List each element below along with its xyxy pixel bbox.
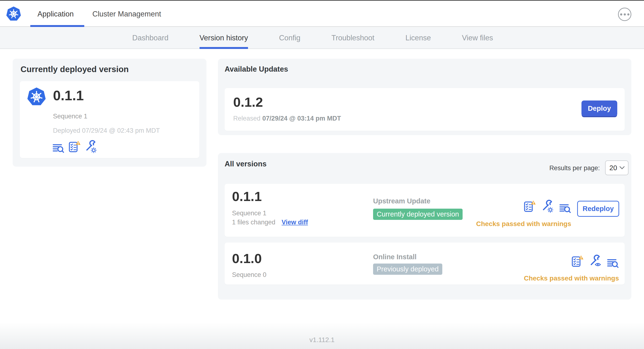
deployed-sequence: Sequence 1 [53, 113, 87, 120]
subnav-version-history[interactable]: Version history [200, 28, 248, 49]
deployed-timestamp: Deployed 07/29/24 @ 02:43 pm MDT [53, 127, 160, 134]
results-per-page-value: 20 [610, 164, 617, 172]
results-per-page-select[interactable]: 20 [605, 160, 628, 175]
update-released-timestamp: Released07/29/24 @ 03:14 pm MDT [233, 115, 341, 122]
currently-deployed-badge: Currently deployed version [373, 209, 462, 220]
preflight-checks-warning-icon[interactable] [69, 140, 81, 153]
subnav-license[interactable]: License [405, 28, 431, 49]
version-history-page: Application Cluster Management Dashboard… [0, 0, 644, 349]
currently-deployed-panel: Currently deployed version 0.1.1 Sequenc… [13, 59, 206, 166]
logs-diff-icon[interactable] [559, 200, 571, 213]
preflight-checks-warning-icon[interactable] [524, 200, 536, 213]
deploy-button[interactable]: Deploy [582, 100, 617, 116]
kubernetes-app-icon [27, 87, 46, 106]
subnav-config[interactable]: Config [279, 28, 300, 49]
preflight-status-text: Checks passed with warnings [524, 274, 619, 282]
header-tab-cluster-management[interactable]: Cluster Management [92, 2, 161, 26]
row-version-number: 0.1.1 [232, 188, 262, 204]
logs-diff-icon[interactable] [52, 140, 64, 153]
app-header: Application Cluster Management [0, 2, 644, 27]
available-update-card: 0.1.2 Released07/29/24 @ 03:14 pm MDT De… [224, 88, 625, 131]
main-content: Currently deployed version 0.1.1 Sequenc… [0, 49, 644, 324]
version-row-0-1-1: 0.1.1 Sequence 1 1 files changed View di… [224, 184, 625, 237]
update-version-number: 0.1.2 [233, 94, 263, 110]
currently-deployed-card: 0.1.1 Sequence 1 Deployed 07/29/24 @ 02:… [20, 81, 199, 158]
kubernetes-logo-icon [6, 6, 21, 22]
subnav-view-files[interactable]: View files [462, 28, 493, 49]
app-subnav: Dashboard Version history Config Trouble… [0, 28, 644, 49]
console-version: v1.112.1 [309, 336, 334, 344]
chevron-down-icon [620, 166, 625, 170]
subnav-troubleshoot[interactable]: Troubleshoot [332, 28, 374, 49]
available-updates-title: Available Updates [224, 65, 288, 74]
header-tab-application[interactable]: Application [38, 2, 74, 26]
page-footer: v1.112.1 [0, 324, 644, 349]
row-source-label: Upstream Update [373, 197, 430, 205]
logs-diff-icon[interactable] [607, 254, 619, 268]
available-updates-panel: Available Updates 0.1.2 Released07/29/24… [218, 59, 631, 135]
config-wrench-view-icon[interactable] [589, 254, 601, 268]
all-versions-panel: All versions Results per page: 20 0.1.1 … [218, 153, 631, 300]
subnav-dashboard[interactable]: Dashboard [132, 28, 168, 49]
preflight-status-text: Checks passed with warnings [476, 220, 571, 228]
files-changed-label: 1 files changed [232, 219, 276, 226]
row-sequence: Sequence 1 [232, 210, 266, 217]
deployed-version-number: 0.1.1 [53, 87, 84, 103]
view-diff-link[interactable]: View diff [282, 219, 308, 226]
row-source-label: Online Install [373, 253, 416, 261]
results-per-page-label: Results per page: [549, 164, 600, 172]
row-sequence: Sequence 0 [232, 271, 266, 278]
released-label: Released [233, 115, 260, 122]
config-wrench-gear-icon[interactable] [542, 200, 554, 213]
all-versions-title: All versions [224, 160, 266, 168]
config-wrench-gear-icon[interactable] [85, 140, 97, 153]
currently-deployed-title: Currently deployed version [20, 64, 129, 74]
version-row-0-1-0: 0.1.0 Sequence 0 Online Install Previous… [224, 242, 625, 284]
previously-deployed-badge: Previously deployed [373, 264, 442, 275]
row-version-number: 0.1.0 [232, 251, 262, 266]
released-date: 07/29/24 @ 03:14 pm MDT [262, 115, 341, 122]
ellipsis-menu-icon[interactable] [618, 8, 631, 21]
preflight-checks-warning-icon[interactable] [572, 254, 584, 268]
redeploy-button[interactable]: Redeploy [577, 201, 619, 217]
active-tab-underline [30, 25, 84, 27]
